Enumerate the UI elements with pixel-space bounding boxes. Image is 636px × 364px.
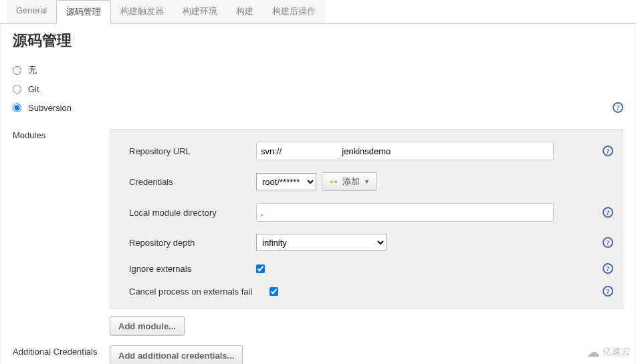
help-icon[interactable]: ? xyxy=(613,102,623,113)
additional-credentials-label: Additional Credentials xyxy=(13,345,110,364)
cancel-externals-label: Cancel process on externals fail xyxy=(129,287,270,297)
ignore-externals-label: Ignore externals xyxy=(129,264,256,274)
config-tabs: General 源码管理 构建触发器 构建环境 构建 构建后操作 xyxy=(0,0,636,24)
repo-url-input[interactable] xyxy=(256,142,554,160)
scm-label-none: 无 xyxy=(28,64,37,76)
scm-label-git: Git xyxy=(28,84,39,94)
tab-post[interactable]: 构建后操作 xyxy=(263,0,325,23)
tab-general[interactable]: General xyxy=(7,0,56,23)
credentials-select[interactable]: root/****** xyxy=(256,173,316,190)
help-icon[interactable]: ? xyxy=(603,263,613,274)
add-credentials-button[interactable]: ⊶ 添加 ▼ xyxy=(322,172,377,191)
scm-radio-subversion[interactable] xyxy=(13,104,21,112)
caret-down-icon: ▼ xyxy=(364,178,370,185)
local-dir-input[interactable] xyxy=(256,203,554,222)
help-icon[interactable]: ? xyxy=(603,237,613,248)
scm-radio-git[interactable] xyxy=(13,85,21,94)
ignore-externals-checkbox[interactable] xyxy=(256,264,265,273)
help-icon[interactable]: ? xyxy=(603,286,613,297)
add-module-button[interactable]: Add module... xyxy=(110,316,185,336)
add-additional-credentials-button[interactable]: Add additional credentials... xyxy=(110,345,243,364)
scm-section: 源码管理 无 Git Subversion ? Modules Reposito… xyxy=(0,24,636,364)
tab-build[interactable]: 构建 xyxy=(227,0,263,23)
cancel-externals-checkbox[interactable] xyxy=(270,287,278,296)
help-icon[interactable]: ? xyxy=(603,207,613,218)
tab-triggers[interactable]: 构建触发器 xyxy=(111,0,173,23)
repo-url-label: Repository URL xyxy=(129,146,256,156)
key-icon: ⊶ xyxy=(329,177,338,186)
tab-scm[interactable]: 源码管理 xyxy=(56,0,111,24)
tab-env[interactable]: 构建环境 xyxy=(173,0,227,23)
depth-label: Repository depth xyxy=(129,238,256,248)
help-icon[interactable]: ? xyxy=(603,146,613,156)
modules-label: Modules xyxy=(13,129,110,336)
module-panel: Repository URL ? Credentials root/******… xyxy=(110,129,623,309)
add-btn-label: 添加 xyxy=(342,176,360,188)
scm-label-subversion: Subversion xyxy=(28,103,72,113)
depth-select[interactable]: infinity xyxy=(256,234,387,251)
local-dir-label: Local module directory xyxy=(129,208,256,218)
credentials-label: Credentials xyxy=(129,177,256,187)
section-title: 源码管理 xyxy=(13,31,623,51)
scm-radio-none[interactable] xyxy=(13,66,21,75)
